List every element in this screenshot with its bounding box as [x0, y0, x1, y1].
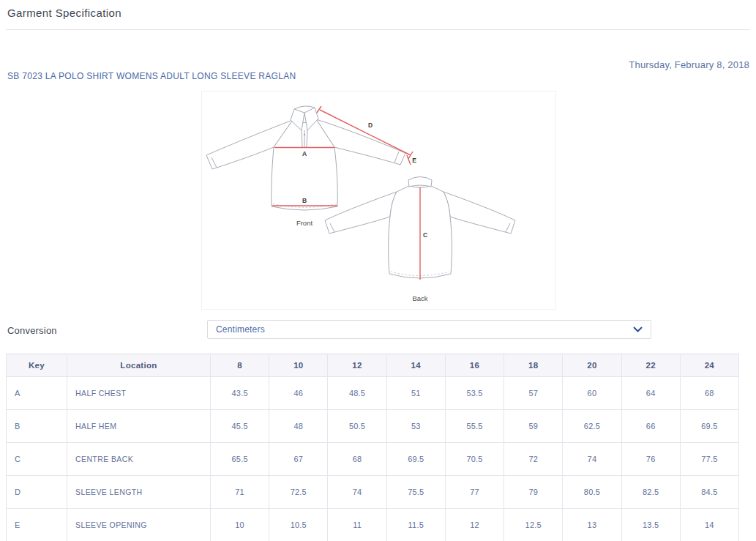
value-cell: 57 [504, 377, 563, 410]
table-row: BHALF HEM45.54850.55355.55962.56669.5 [7, 410, 739, 443]
product-title: SB 7023 LA POLO SHIRT WOMENS ADULT LONG … [7, 71, 296, 81]
value-cell: 69.5 [680, 410, 738, 443]
value-cell: 50.5 [328, 410, 386, 443]
value-cell: 11.5 [386, 509, 445, 541]
value-cell: 79 [504, 476, 563, 509]
spec-table: KeyLocation81012141618202224 AHALF CHEST… [6, 354, 739, 541]
value-cell: 72 [504, 443, 563, 476]
value-cell: 68 [680, 377, 738, 410]
chevron-down-icon [633, 327, 643, 333]
front-button [304, 134, 305, 135]
value-cell: 11 [328, 509, 386, 541]
location-cell: SLEEVE OPENING [67, 509, 211, 541]
key-cell: B [7, 410, 67, 443]
value-cell: 65.5 [211, 443, 269, 476]
garment-spec-page: Garment Specification Thursday, February… [0, 0, 756, 541]
table-row: DSLEEVE LENGTH7172.57475.5777980.582.584… [7, 476, 739, 509]
garment-diagram: Front Back [201, 91, 556, 310]
value-cell: 48.5 [328, 377, 386, 410]
back-collar [408, 177, 432, 187]
value-cell: 12 [445, 509, 504, 541]
value-cell: 51 [386, 377, 445, 410]
column-header: 18 [504, 354, 563, 377]
date-text: Thursday, February 8, 2018 [629, 59, 749, 70]
page-title: Garment Specification [7, 7, 121, 19]
value-cell: 13 [563, 509, 621, 541]
header-divider [6, 29, 750, 30]
value-cell: 14 [680, 509, 738, 541]
value-cell: 13.5 [621, 509, 680, 541]
value-cell: 74 [328, 476, 386, 509]
back-view-label: Back [412, 294, 427, 302]
column-header: 12 [328, 354, 386, 377]
column-header: 10 [269, 354, 328, 377]
value-cell: 67 [269, 443, 328, 476]
value-cell: 55.5 [445, 410, 504, 443]
value-cell: 76 [621, 443, 680, 476]
front-view-label: Front [296, 219, 313, 227]
value-cell: 45.5 [211, 410, 269, 443]
value-cell: 46 [269, 377, 328, 410]
measure-label-c: C [423, 231, 427, 239]
value-cell: 48 [269, 410, 328, 443]
table-row: AHALF CHEST43.54648.55153.557606468 [7, 377, 739, 410]
measure-label-e: E [412, 157, 416, 164]
location-cell: HALF CHEST [67, 377, 211, 410]
conversion-label: Conversion [7, 325, 57, 336]
column-header: 20 [563, 354, 621, 377]
value-cell: 84.5 [680, 476, 738, 509]
column-header: Location [67, 354, 211, 377]
value-cell: 75.5 [386, 476, 445, 509]
value-cell: 12.5 [504, 509, 563, 541]
column-header: 8 [211, 354, 269, 377]
conversion-selected-value: Centimeters [216, 324, 265, 335]
conversion-select[interactable]: Centimeters [207, 320, 651, 339]
value-cell: 53.5 [445, 377, 504, 410]
value-cell: 64 [621, 377, 680, 410]
spec-table-body: AHALF CHEST43.54648.55153.557606468BHALF… [7, 377, 739, 541]
value-cell: 82.5 [621, 476, 680, 509]
value-cell: 59 [504, 410, 563, 443]
value-cell: 60 [563, 377, 621, 410]
value-cell: 77.5 [680, 443, 738, 476]
column-header: 24 [680, 354, 738, 377]
garment-diagram-svg: Front Back [202, 92, 555, 309]
value-cell: 71 [211, 476, 269, 509]
value-cell: 69.5 [386, 443, 445, 476]
column-header: 14 [386, 354, 445, 377]
location-cell: HALF HEM [67, 410, 211, 443]
value-cell: 68 [328, 443, 386, 476]
location-cell: SLEEVE LENGTH [67, 476, 211, 509]
value-cell: 43.5 [211, 377, 269, 410]
measure-label-d: D [368, 122, 373, 129]
front-collar-band [294, 106, 315, 109]
column-header: 16 [445, 354, 504, 377]
value-cell: 80.5 [563, 476, 621, 509]
value-cell: 10 [211, 509, 269, 541]
table-row: CCENTRE BACK65.5676869.570.572747677.5 [7, 443, 739, 476]
key-cell: D [7, 476, 67, 509]
value-cell: 74 [563, 443, 621, 476]
value-cell: 70.5 [445, 443, 504, 476]
measure-label-a: A [302, 150, 307, 157]
key-cell: C [7, 443, 67, 476]
value-cell: 62.5 [563, 410, 621, 443]
key-cell: A [7, 377, 67, 410]
spec-table-header-row: KeyLocation81012141618202224 [7, 354, 739, 377]
location-cell: CENTRE BACK [67, 443, 211, 476]
column-header: Key [7, 354, 67, 377]
back-right-sleeve [444, 192, 515, 234]
column-header: 22 [621, 354, 680, 377]
value-cell: 72.5 [269, 476, 328, 509]
value-cell: 77 [445, 476, 504, 509]
value-cell: 10.5 [269, 509, 328, 541]
value-cell: 66 [621, 410, 680, 443]
value-cell: 53 [386, 410, 445, 443]
measure-label-b: B [302, 197, 307, 204]
key-cell: E [7, 509, 67, 541]
table-row: ESLEEVE OPENING1010.51111.51212.51313.51… [7, 509, 739, 541]
